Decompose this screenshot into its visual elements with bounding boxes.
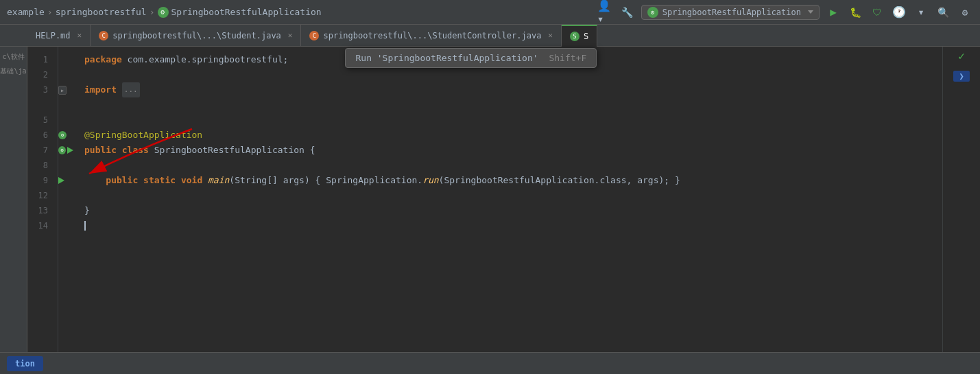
coverage-icon: 🛡 — [872, 7, 882, 18]
code-line-5 — [84, 113, 942, 128]
code-content[interactable]: package com.example.springbootrestful; i… — [73, 47, 942, 374]
run-config-icon: ⚙ — [647, 7, 658, 18]
method-run: run — [422, 173, 438, 188]
code-line-9: public static void main (String[] args) … — [84, 173, 942, 188]
line-numbers: 1 2 3 5 6 7 8 9 12 13 14 — [27, 47, 58, 374]
tab-main[interactable]: S S Run 'SpringbootRestfulApplication' S… — [562, 25, 597, 47]
kw-package: package — [84, 52, 122, 67]
editor-area[interactable]: 1 2 3 5 6 7 8 9 12 13 14 — [27, 47, 942, 374]
tab-help[interactable]: HELP.md ✕ — [27, 25, 91, 47]
ln-14: 14 — [27, 218, 53, 233]
breadcrumb-class: SpringbootRestfulApplication — [171, 7, 322, 17]
play-triangle-7-icon[interactable] — [67, 147, 73, 154]
gutter-6: ⚙ — [58, 128, 73, 143]
breadcrumb-module: springbootrestful — [56, 7, 147, 17]
sidebar-label-2: 基础\ja — [0, 67, 26, 75]
annotation-springboot: @SpringBootApplication — [84, 128, 202, 143]
chevron-down-icon: ❯ — [959, 71, 964, 81]
more-icon: ▾ — [918, 5, 924, 19]
tab-student[interactable]: C springbootrestful\...\Student.java ✕ — [91, 25, 301, 47]
ln-12: 12 — [27, 188, 53, 203]
kw-public-9: public — [106, 173, 138, 188]
search-button[interactable]: 🔍 — [935, 4, 951, 21]
sep2: › — [150, 7, 155, 17]
coverage-button[interactable]: 🛡 — [869, 4, 885, 21]
code-line-2 — [84, 67, 942, 82]
ln-1: 1 — [27, 52, 53, 67]
text-cursor — [84, 221, 86, 231]
code-line-6: @SpringBootApplication — [84, 128, 942, 143]
gutter-9 — [58, 173, 73, 188]
bottom-active-tab[interactable]: tion — [7, 356, 43, 371]
run-config-selector[interactable]: ⚙ SpringbootRestfulApplication — [641, 5, 820, 20]
tab-controller-close[interactable]: ✕ — [548, 31, 553, 40]
kw-public-7: public — [84, 143, 117, 158]
gutter-2 — [58, 67, 73, 82]
ln-13: 13 — [27, 203, 53, 218]
collapse-button[interactable]: ❯ — [953, 71, 970, 82]
gutter-3: ▸ — [58, 82, 73, 97]
play-triangle-9-icon[interactable] — [58, 177, 64, 184]
settings-button[interactable]: ⚙ — [957, 4, 973, 21]
bottom-strip: tion — [0, 352, 980, 374]
wrench-button[interactable]: 🔧 — [619, 4, 636, 21]
play-icon: ▶ — [830, 5, 837, 19]
sep1: › — [47, 7, 53, 17]
sidebar-label-1: c\软件 — [2, 52, 24, 61]
search-icon: 🔍 — [937, 7, 949, 18]
tab-bar: HELP.md ✕ C springbootrestful\...\Studen… — [0, 25, 980, 47]
ln-5: 5 — [27, 113, 53, 128]
kw-import: import — [84, 82, 117, 97]
green-dot-icon: ⚙ — [58, 131, 67, 139]
more-actions-button[interactable]: ▾ — [913, 4, 929, 21]
app-icon: ⚙ — [158, 7, 169, 18]
debug-icon: 🐛 — [850, 7, 861, 18]
code-editor: 1 2 3 5 6 7 8 9 12 13 14 — [27, 47, 942, 374]
gutter-14 — [58, 218, 73, 233]
code-line-14 — [84, 218, 942, 233]
ln-4 — [27, 97, 53, 113]
tab-student-close[interactable]: ✕ — [288, 31, 293, 40]
breadcrumb: example › springbootrestful › ⚙ Springbo… — [7, 7, 593, 18]
tab-student-label: springbootrestful\...\Student.java — [112, 31, 281, 40]
tooltip-shortcut: Shift+F — [549, 53, 586, 63]
right-panel: ✓ ❯ — [942, 47, 980, 374]
tab-help-close[interactable]: ✕ — [77, 31, 82, 40]
user-icon: 👤▾ — [597, 0, 614, 25]
tab-student-icon: C — [99, 31, 108, 40]
fold-import[interactable]: ... — [122, 82, 140, 97]
gutter-4 — [58, 97, 73, 113]
clock-button[interactable]: 🕐 — [891, 4, 907, 21]
tab-main-icon: S — [570, 32, 579, 41]
run-config-label: SpringbootRestfulApplication — [662, 8, 801, 17]
fold-icon[interactable]: ▸ — [58, 86, 67, 95]
code-line-8 — [84, 158, 942, 173]
gutter-icons: ▸ ⚙ ⚙ — [58, 47, 73, 374]
ln-3: 3 — [27, 82, 53, 97]
run-button[interactable]: ▶ — [825, 4, 841, 21]
gutter-1 — [58, 52, 73, 67]
ln-2: 2 — [27, 67, 53, 82]
tab-help-label: HELP.md — [36, 31, 71, 40]
code-line-7: public class SpringbootRestfulApplicatio… — [84, 143, 942, 158]
tooltip-text: Run 'SpringbootRestfulApplication' — [355, 53, 538, 63]
method-main: main — [208, 173, 229, 188]
checkmark-icon: ✓ — [958, 49, 965, 62]
code-line-3: import ... — [84, 82, 942, 97]
debug-button[interactable]: 🐛 — [847, 4, 863, 21]
ln-6: 6 — [27, 128, 53, 143]
kw-class: class — [122, 143, 149, 158]
tab-main-label: S — [584, 32, 588, 41]
clock-icon: 🕐 — [892, 5, 906, 19]
ln-8: 8 — [27, 158, 53, 173]
gutter-8 — [58, 158, 73, 173]
sidebar-strip: c\软件 基础\ja ful — [0, 47, 27, 374]
code-line-12 — [84, 188, 942, 203]
kw-void: void — [181, 173, 202, 188]
toolbar-right: 👤▾ 🔧 ⚙ SpringbootRestfulApplication ▶ 🐛 … — [597, 4, 973, 21]
user-button[interactable]: 👤▾ — [597, 4, 614, 21]
ln-7: 7 — [27, 143, 53, 158]
bottom-tab-label: tion — [15, 359, 35, 369]
tab-controller[interactable]: C springbootrestful\...\StudentControlle… — [301, 25, 562, 47]
code-line-13: } — [84, 203, 942, 218]
